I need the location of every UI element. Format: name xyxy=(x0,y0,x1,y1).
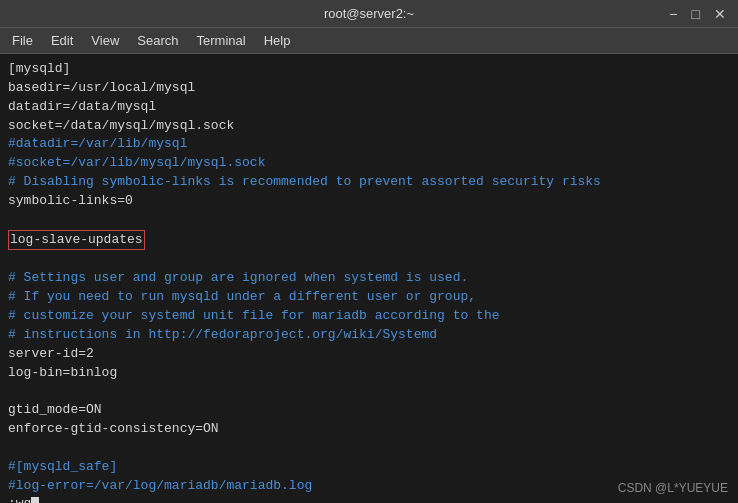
line-5: #datadir=/var/lib/mysql xyxy=(8,135,730,154)
menu-terminal[interactable]: Terminal xyxy=(189,31,254,50)
line-1: [mysqld] xyxy=(8,60,730,79)
line-6: #socket=/var/lib/mysql/mysql.sock xyxy=(8,154,730,173)
menu-search[interactable]: Search xyxy=(129,31,186,50)
line-7: # Disabling symbolic-links is recommende… xyxy=(8,173,730,192)
maximize-button[interactable]: □ xyxy=(688,6,704,22)
line-18 xyxy=(8,382,730,401)
line-16: server-id=2 xyxy=(8,345,730,364)
terminal-body[interactable]: [mysqld] basedir=/usr/local/mysql datadi… xyxy=(0,54,738,503)
highlighted-text: log-slave-updates xyxy=(8,230,145,251)
menu-bar: File Edit View Search Terminal Help xyxy=(0,28,738,54)
cursor xyxy=(31,497,39,503)
title-bar: root@server2:~ − □ ✕ xyxy=(0,0,738,28)
line-20: enforce-gtid-consistency=ON xyxy=(8,420,730,439)
line-8: symbolic-links=0 xyxy=(8,192,730,211)
line-11 xyxy=(8,250,730,269)
window-controls: − □ ✕ xyxy=(665,6,730,22)
line-12: # Settings user and group are ignored wh… xyxy=(8,269,730,288)
line-13: # If you need to run mysqld under a diff… xyxy=(8,288,730,307)
window-title: root@server2:~ xyxy=(324,6,414,21)
line-2: basedir=/usr/local/mysql xyxy=(8,79,730,98)
close-button[interactable]: ✕ xyxy=(710,6,730,22)
line-10: log-slave-updates xyxy=(8,230,730,251)
menu-edit[interactable]: Edit xyxy=(43,31,81,50)
menu-view[interactable]: View xyxy=(83,31,127,50)
line-17: log-bin=binlog xyxy=(8,364,730,383)
menu-file[interactable]: File xyxy=(4,31,41,50)
menu-help[interactable]: Help xyxy=(256,31,299,50)
minimize-button[interactable]: − xyxy=(665,6,681,22)
line-9 xyxy=(8,211,730,230)
line-3: datadir=/data/mysql xyxy=(8,98,730,117)
line-24: :wq xyxy=(8,495,730,503)
line-22: #[mysqld_safe] xyxy=(8,458,730,477)
line-15: # instructions in http://fedoraproject.o… xyxy=(8,326,730,345)
line-14: # customize your systemd unit file for m… xyxy=(8,307,730,326)
line-21 xyxy=(8,439,730,458)
line-4: socket=/data/mysql/mysql.sock xyxy=(8,117,730,136)
line-19: gtid_mode=ON xyxy=(8,401,730,420)
watermark: CSDN @L*YUEYUE xyxy=(618,481,728,495)
